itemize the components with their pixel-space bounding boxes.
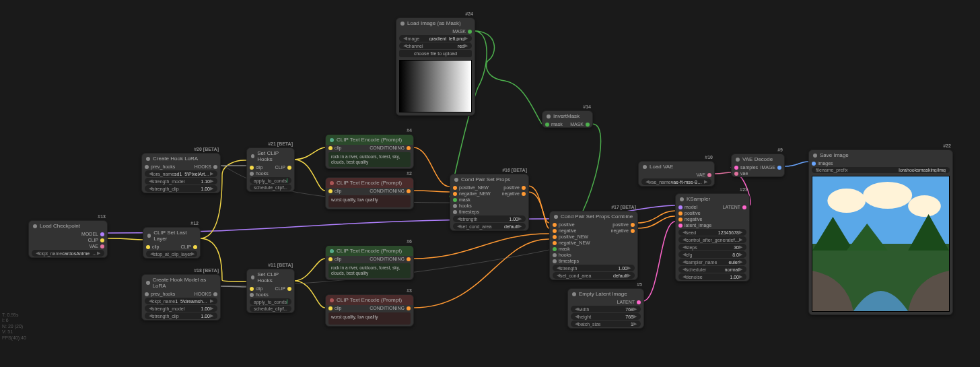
node-cond-pair-props-16[interactable]: #16 [BETA] Cond Pair Set Props positive_… xyxy=(450,174,529,231)
schedule-widget[interactable]: schedule_clipfalse xyxy=(250,185,291,191)
collapse-icon[interactable] xyxy=(33,224,37,228)
toggle-icon[interactable] xyxy=(287,299,287,304)
port-icon[interactable] xyxy=(407,146,411,150)
port-icon[interactable] xyxy=(328,306,332,310)
collapse-icon[interactable] xyxy=(554,215,558,219)
node-set-clip-hooks-11[interactable]: #11 [BETA] Set CLIP Hooks clipCLIP hooks… xyxy=(246,269,295,313)
collapse-icon[interactable] xyxy=(147,234,151,238)
port-icon[interactable] xyxy=(287,287,291,291)
node-create-hook-model-lora[interactable]: #18 [BETA] Create Hook Model as LoRA pre… xyxy=(141,274,221,321)
batch-widget[interactable]: ◀batch_size1▶ xyxy=(571,321,641,327)
port-icon[interactable] xyxy=(453,198,457,202)
port-icon[interactable] xyxy=(734,166,738,170)
port-icon[interactable] xyxy=(678,218,682,222)
control-widget[interactable]: ◀control_after_generatefixed▶ xyxy=(678,236,746,243)
height-widget[interactable]: ◀height768▶ xyxy=(571,313,641,320)
port-icon[interactable] xyxy=(145,165,149,169)
strength-model-widget[interactable]: ◀strength_model1.10▶ xyxy=(145,178,217,185)
node-ksampler[interactable]: #23 KSampler modelLATENT positive negati… xyxy=(675,193,750,281)
port-icon[interactable] xyxy=(213,292,217,296)
steps-widget[interactable]: ◀steps30▶ xyxy=(678,244,746,251)
port-icon[interactable] xyxy=(328,257,332,261)
collapse-icon[interactable] xyxy=(251,154,254,158)
node-graph-canvas[interactable]: #13 Load Checkpoint MODEL CLIP VAE ◀ckpt… xyxy=(0,0,980,367)
denoise-widget[interactable]: ◀denoise1.00▶ xyxy=(678,273,746,280)
collapse-icon[interactable] xyxy=(330,138,334,142)
prompt-text[interactable]: rock in a river, outdoors, forest, sky, … xyxy=(328,152,411,167)
port-icon[interactable] xyxy=(553,229,557,233)
port-icon[interactable] xyxy=(553,241,557,245)
set-cond-area-widget[interactable]: ◀set_cond_areadefault▶ xyxy=(453,223,526,230)
lora-name-widget[interactable]: ◀lora_namesd1_5\PixelArtRedmond...▶ xyxy=(145,170,217,177)
collapse-icon[interactable] xyxy=(643,165,647,169)
port-icon[interactable] xyxy=(707,173,711,177)
apply-widget[interactable]: apply_to_condstrue xyxy=(250,177,291,184)
port-icon[interactable] xyxy=(631,223,635,227)
port-icon[interactable] xyxy=(250,287,254,291)
port-icon[interactable] xyxy=(522,186,526,190)
toggle-icon[interactable] xyxy=(287,178,287,183)
collapse-icon[interactable] xyxy=(330,298,334,302)
strength-widget[interactable]: ◀strength1.00▶ xyxy=(553,265,635,271)
filename-prefix-widget[interactable]: filename_prefixlorahooksmasking/img xyxy=(812,167,950,173)
port-icon[interactable] xyxy=(453,186,457,190)
node-clip-text-encode-3[interactable]: #3 CLIP Text Encode (Prompt) clipCONDITI… xyxy=(325,294,414,327)
node-load-checkpoint[interactable]: #13 Load Checkpoint MODEL CLIP VAE ◀ckpt… xyxy=(28,220,108,258)
port-icon[interactable] xyxy=(453,204,457,208)
strength-clip-widget[interactable]: ◀strength_clip1.00▶ xyxy=(145,312,217,319)
collapse-icon[interactable] xyxy=(547,114,551,119)
sampler-widget[interactable]: ◀sampler_nameeuler▶ xyxy=(678,259,746,265)
scheduler-widget[interactable]: ◀schedulernormal▶ xyxy=(678,266,746,273)
node-clip-text-encode-4[interactable]: #4 CLIP Text Encode (Prompt) clipCONDITI… xyxy=(325,135,414,169)
port-icon[interactable] xyxy=(250,293,254,297)
port-icon[interactable] xyxy=(328,146,332,150)
ckpt-name-widget[interactable]: ◀ckpt_namecardosAnime_v20.safetensors▶ xyxy=(32,250,104,257)
vae-name-widget[interactable]: ◀vae_namevae-ft-mse-840000-ema-prun...▶ xyxy=(641,178,711,185)
collapse-icon[interactable] xyxy=(400,22,405,26)
channel-widget[interactable]: ◀channelred▶ xyxy=(399,42,472,49)
node-load-image-mask[interactable]: #24 Load Image (as Mask) MASK ◀imagegrad… xyxy=(396,18,475,116)
node-vae-decode[interactable]: #9 VAE Decode samplesIMAGE vae xyxy=(731,154,785,177)
port-icon[interactable] xyxy=(553,259,557,263)
apply-widget[interactable]: apply_to_condstrue xyxy=(250,298,291,305)
port-icon[interactable] xyxy=(553,253,557,257)
collapse-icon[interactable] xyxy=(251,275,254,279)
prompt-text[interactable]: worst quality, low quality xyxy=(328,195,411,207)
cfg-widget[interactable]: ◀cfg8.0▶ xyxy=(678,251,746,258)
node-clip-set-last-layer[interactable]: #12 CLIP Set Last Layer clipCLIP ◀stop_a… xyxy=(143,227,201,259)
prompt-text[interactable]: rock in a river, outdoors, forest, sky, … xyxy=(328,263,411,278)
port-icon[interactable] xyxy=(407,189,411,193)
collapse-icon[interactable] xyxy=(330,181,334,185)
port-icon[interactable] xyxy=(100,232,104,236)
strength-model-widget[interactable]: ◀strength_model1.00▶ xyxy=(145,305,217,312)
node-load-vae[interactable]: #10 Load VAE VAE ◀vae_namevae-ft-mse-840… xyxy=(638,161,715,187)
stop-layer-widget[interactable]: ◀stop_at_clip_layer-2▶ xyxy=(146,251,197,257)
port-icon[interactable] xyxy=(631,229,635,233)
node-invert-mask[interactable]: #14 InvertMask maskMASK xyxy=(542,110,593,128)
port-icon[interactable] xyxy=(812,162,816,166)
port-icon[interactable] xyxy=(287,166,291,170)
port-icon[interactable] xyxy=(250,172,254,176)
port-icon[interactable] xyxy=(637,300,641,304)
ckpt-name-widget[interactable]: ◀ckpt_name1_5\dreamshaper_8.safeten...▶ xyxy=(145,298,217,304)
port-icon[interactable] xyxy=(678,224,682,228)
collapse-icon[interactable] xyxy=(813,154,817,158)
port-icon[interactable] xyxy=(468,30,472,34)
strength-clip-widget[interactable]: ◀strength_clip1.00▶ xyxy=(145,185,217,192)
port-icon[interactable] xyxy=(145,292,149,296)
node-cond-pair-combine-17[interactable]: #17 [BETA] Cond Pair Set Props Combine p… xyxy=(549,211,638,280)
port-icon[interactable] xyxy=(453,210,457,214)
port-icon[interactable] xyxy=(407,306,411,310)
port-icon[interactable] xyxy=(742,205,746,209)
port-icon[interactable] xyxy=(553,247,557,251)
port-icon[interactable] xyxy=(100,244,104,248)
port-icon[interactable] xyxy=(213,165,217,169)
collapse-icon[interactable] xyxy=(146,157,150,161)
node-clip-text-encode-6[interactable]: #6 CLIP Text Encode (Prompt) clipCONDITI… xyxy=(325,246,414,280)
port-icon[interactable] xyxy=(678,211,682,215)
seed-widget[interactable]: ◀seed12345678▶ xyxy=(678,229,746,236)
port-icon[interactable] xyxy=(678,205,682,209)
strength-widget[interactable]: ◀strength1.00▶ xyxy=(453,215,526,222)
port-icon[interactable] xyxy=(522,192,526,196)
port-icon[interactable] xyxy=(545,123,549,127)
